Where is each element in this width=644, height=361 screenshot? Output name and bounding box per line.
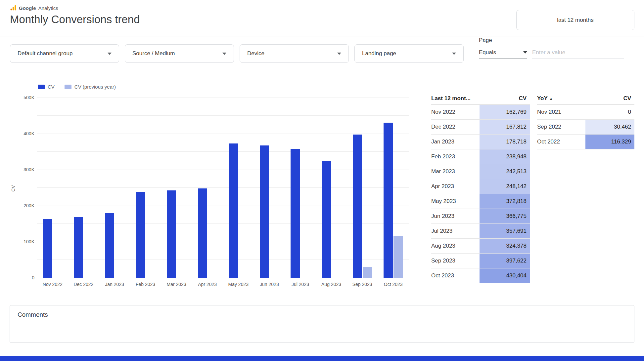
x-axis-tick-label: Jan 2023 [98,282,131,287]
column-header-yoy[interactable]: YoY▲ [537,93,585,104]
filter-device[interactable]: Device [240,44,349,63]
bar-cv[interactable] [291,149,300,278]
yoy-table: YoY▲CVNov 20210Sep 202230,462Oct 2022116… [537,93,634,149]
filter-default-channel-group[interactable]: Default channel group [10,44,119,63]
analytics-logo-icon [10,5,17,11]
table-cell-month: Nov 2022 [431,105,480,119]
table-cell-month: Nov 2021 [537,105,585,119]
column-header-month[interactable]: Last 12 mont... [431,93,480,104]
filter-landing-page[interactable]: Landing page [354,44,464,63]
table-row: Oct 2022116,329 [537,135,634,149]
bar-cv[interactable] [136,192,145,278]
table-row: Aug 2023324,378 [431,239,530,254]
y-axis-tick-label: 400K [8,131,34,137]
table-cell-cv: 397,622 [480,254,530,268]
table-cell-month: Sep 2023 [431,254,480,268]
chart-legend: CV CV (previous year) [38,84,116,90]
comments-input[interactable]: Comments [10,305,634,343]
page-filter-operator-select[interactable]: Equals [479,46,527,59]
table-row: Nov 20210 [537,105,634,120]
table-row: Sep 202230,462 [537,120,634,135]
legend-item-cv: CV [38,84,55,90]
y-axis-tick-label: 300K [8,167,34,173]
legend-label: CV (previous year) [74,84,116,90]
legend-label: CV [48,84,55,90]
table-row: Oct 2023430,404 [431,268,530,283]
y-axis-tick-label: 100K [8,239,34,245]
cv-swatch [38,85,45,89]
brand-analytics-text: Analytics [38,5,58,11]
table-cell-cv: 366,775 [480,209,530,223]
x-axis-tick-label: Apr 2023 [191,282,224,287]
bar-cv[interactable] [167,190,176,278]
table-cell-month: Apr 2023 [431,179,480,194]
table-cell-cv: 372,818 [480,194,530,209]
table-cell-month: Oct 2022 [537,135,585,149]
bar-cv[interactable] [260,145,269,278]
chevron-down-icon [337,53,341,55]
x-axis-tick-label: Sep 2023 [346,282,379,287]
gridline [37,115,409,116]
chevron-down-icon [108,53,112,55]
x-axis-tick-label: Oct 2023 [377,282,410,287]
comments-label: Comments [18,311,48,318]
brand-google-text: Google [19,5,36,11]
table-header-row: YoY▲CV [537,93,634,105]
table-header-row: Last 12 mont...CV [431,93,530,105]
cv-previous-swatch [65,85,71,89]
table-row: Apr 2023248,142 [431,179,530,194]
y-axis-tick-label: 500K [8,95,34,100]
x-axis-tick-label: Dec 2022 [67,282,100,287]
gridline [37,134,409,134]
bar-cv[interactable] [229,143,238,278]
table-cell-cv: 116,329 [585,135,634,149]
bar-cv[interactable] [74,217,83,278]
bar-cv[interactable] [105,213,114,278]
table-row: Dec 2022167,812 [431,120,530,135]
y-axis-tick-label: 0 [8,275,34,281]
page-title: Monthly Conversions trend [10,13,140,26]
table-cell-month: Sep 2022 [537,120,585,134]
bar-cv[interactable] [322,161,331,278]
table-cell-month: Oct 2023 [431,268,480,283]
sort-ascending-icon: ▲ [549,97,553,100]
filter-source-medium[interactable]: Source / Medium [125,44,234,63]
table-cell-cv: 30,462 [585,120,634,134]
x-axis-tick-label: Feb 2023 [129,282,162,287]
y-axis-tick-label: 200K [8,203,34,209]
bar-cv-previous-year[interactable] [363,267,372,278]
bar-cv[interactable] [353,135,362,278]
y-axis-title: CV [11,185,16,191]
operator-label: Equals [479,49,496,56]
page-filter: Page Equals [479,37,624,59]
table-row: Feb 2023238,948 [431,149,530,164]
bar-cv[interactable] [43,219,52,278]
table-cell-cv: 162,769 [480,105,530,119]
table-cell-cv: 242,513 [480,164,530,179]
table-cell-cv: 0 [585,105,634,119]
table-row: May 2023372,818 [431,194,530,209]
filter-bar: Default channel group Source / Medium De… [10,44,464,63]
bar-cv-previous-year[interactable] [393,236,403,278]
table-cell-cv: 430,404 [480,268,530,283]
table-cell-cv: 248,142 [480,179,530,194]
header-divider [0,36,644,36]
filter-label: Device [247,50,264,57]
x-axis-tick-label: Mar 2023 [160,282,193,287]
x-axis-tick-label: Nov 2022 [36,282,69,287]
column-header-cv[interactable]: CV [480,93,530,104]
date-range-button[interactable]: last 12 months [516,10,634,30]
filter-label: Default channel group [18,50,72,57]
table-cell-month: Jul 2023 [431,224,480,238]
bar-cv[interactable] [384,123,393,278]
column-header-cv[interactable]: CV [585,93,634,104]
table-cell-month: Aug 2023 [431,239,480,253]
table-row: Nov 2022162,769 [431,105,530,120]
bar-cv[interactable] [198,188,207,278]
table-cell-cv: 238,948 [480,149,530,164]
table-row: Jan 2023178,718 [431,135,530,149]
page-filter-value-input[interactable] [532,46,624,59]
last-12-months-table: Last 12 mont...CVNov 2022162,769Dec 2022… [431,93,530,283]
table-cell-cv: 324,378 [480,239,530,253]
x-axis-tick-label: Jul 2023 [284,282,317,287]
